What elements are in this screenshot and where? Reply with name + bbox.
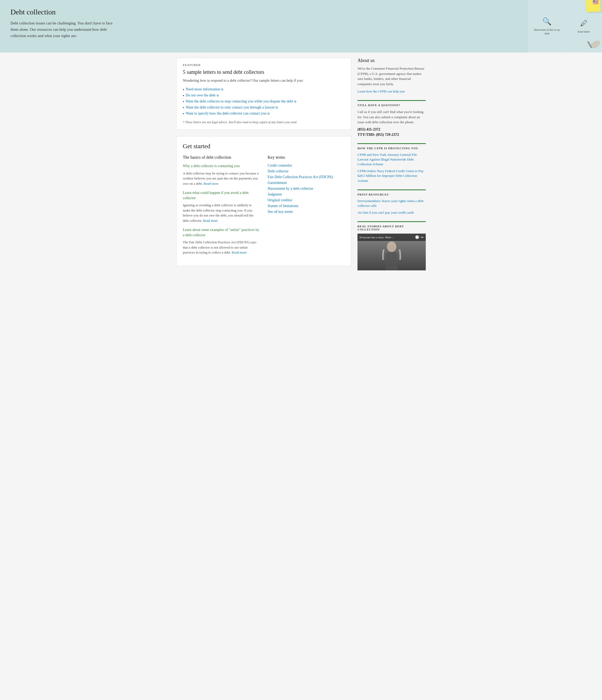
key-term-fdcpa[interactable]: Fair Debt Collection Practices Act (FDCP… <box>268 175 333 179</box>
video-person <box>381 242 402 270</box>
key-term-debt-collector[interactable]: Debt collector <box>268 169 289 173</box>
list-item: Do not owe the debt ⧉ <box>183 93 345 99</box>
key-term-see-all[interactable]: See all key terms <box>268 210 293 214</box>
external-icon: ⧉ <box>294 100 296 103</box>
svg-point-2 <box>387 242 396 252</box>
send-letter-label: Send letter <box>578 30 590 33</box>
list-item: Fair Debt Collection Practices Act (FDCP… <box>268 175 345 179</box>
still-question-text: Call us if you still can't find what you… <box>358 109 426 125</box>
featured-links-list: Need more information ⧉ Do not owe the d… <box>183 86 345 117</box>
list-item: Garnishment <box>268 181 345 185</box>
hero-section: Debt collection Debt collection issues c… <box>0 0 602 53</box>
featured-link-5[interactable]: Want to specify how the debt collector c… <box>186 111 269 116</box>
article-body-1: A debt collector may be trying to contac… <box>183 171 260 186</box>
determine-debt-label: Determine if this is my debt <box>531 28 562 35</box>
featured-link-3[interactable]: Want the debt collector to stop contacti… <box>186 99 296 103</box>
cfpb-link-1[interactable]: CFPB and New York Attorney General File … <box>358 152 426 167</box>
external-icon: ⧉ <box>267 112 269 115</box>
hero-text-area: Debt collection Debt collection issues c… <box>0 0 528 53</box>
key-term-credit-counselor[interactable]: Credit counselor <box>268 164 292 167</box>
featured-link-2[interactable]: Do not owe the debt ⧉ <box>186 93 219 98</box>
cfpb-protecting-title: HOW THE CFPB IS PROTECTING YOU <box>358 147 426 150</box>
list-item: See all key terms <box>268 210 345 214</box>
list-item: Want the debt collector to only contact … <box>183 105 345 110</box>
featured-note: * These letters are not legal advice. Yo… <box>183 120 345 124</box>
featured-title: 5 sample letters to send debt collectors <box>183 69 345 75</box>
article-body-3: The Fair Debt Collection Practices Act (… <box>183 240 260 255</box>
article-body-2: Ignoring or avoiding a debt collector is… <box>183 203 260 223</box>
article-link-3[interactable]: Learn about some examples of "unfair" pr… <box>183 227 260 238</box>
hero-tools-grid: 🔍 Determine if this is my debt 🖊 Send le… <box>528 0 602 53</box>
get-started-box: Get started The basics of debt collectio… <box>176 136 351 266</box>
list-item: Debt collector <box>268 169 345 173</box>
cfpb-link-2[interactable]: CFPB Orders Navy Federal Credit Union to… <box>358 169 426 183</box>
read-more-2[interactable]: Read more <box>203 219 218 223</box>
featured-intro: Wondering how to respond to a debt colle… <box>183 78 345 83</box>
list-item: Original creditor <box>268 198 345 202</box>
about-us-section: About us We're the Consumer Financial Pr… <box>358 58 426 94</box>
video-label: Everyone has a story: Meet ... <box>360 236 413 239</box>
featured-link-1[interactable]: Need more information ⧉ <box>186 87 223 92</box>
read-more-1[interactable]: Read more <box>204 181 218 185</box>
send-letter-tool[interactable]: 🖊 Send letter <box>565 0 602 53</box>
share-icon: ➦ <box>421 235 424 240</box>
cfpb-protecting-section: HOW THE CFPB IS PROTECTING YOU CFPB and … <box>358 143 426 183</box>
external-icon: ⧉ <box>217 94 219 97</box>
article-link-2[interactable]: Learn what could happen if you avoid a d… <box>183 190 260 200</box>
clock-icon: 🕐 <box>415 235 419 240</box>
read-more-3[interactable]: Read more <box>232 250 246 254</box>
divider-3 <box>358 190 426 190</box>
featured-link-4[interactable]: Want the debt collector to only contact … <box>186 105 278 109</box>
phone-1: (855) 411-2372 <box>358 127 426 132</box>
phone-2: TTY/TDD: (855) 729-2372 <box>358 133 426 137</box>
search-icon: 🔍 <box>542 17 552 26</box>
list-item: Statute of limitations <box>268 204 345 208</box>
key-terms-list: Credit counselor Debt collector Fair Deb… <box>268 164 345 214</box>
divider-4 <box>358 221 426 222</box>
about-us-title: About us <box>358 58 426 63</box>
video-icons: 🕐 ➦ <box>415 235 424 240</box>
key-term-judgment[interactable]: Judgment <box>268 192 282 196</box>
about-us-link[interactable]: Learn how the CFPB can help you <box>358 89 426 94</box>
featured-label: FEATURED <box>183 63 345 67</box>
video-overlay: Everyone has a story: Meet ... 🕐 ➦ <box>358 233 426 241</box>
print-resources-title: PRINT RESOURCES <box>358 193 426 196</box>
real-stories-title: REAL STORIES ABOUT DEBT COLLECTION <box>358 225 426 231</box>
get-started-title: Get started <box>183 143 345 150</box>
list-item: Judgment <box>268 192 345 197</box>
key-term-garnishment[interactable]: Garnishment <box>268 181 287 185</box>
main-container: FEATURED 5 sample letters to send debt c… <box>172 53 430 282</box>
featured-box: FEATURED 5 sample letters to send debt c… <box>176 58 351 130</box>
print-resources-section: PRINT RESOURCES Servicemembers: Know you… <box>358 190 426 215</box>
letter-icon: 🖊 <box>580 19 587 28</box>
list-item: Need more information ⧉ <box>183 86 345 93</box>
page-title: Debt collection <box>10 8 521 16</box>
about-us-text: We're the Consumer Financial Protection … <box>358 66 426 86</box>
key-term-original-creditor[interactable]: Original creditor <box>268 198 292 202</box>
still-question-title: STILL HAVE A QUESTION? <box>358 103 426 107</box>
get-started-grid: The basics of debt collection Why a debt… <box>183 155 345 259</box>
real-stories-section: REAL STORIES ABOUT DEBT COLLECTION Every… <box>358 221 426 270</box>
list-item: Harassment by a debt collector <box>268 186 345 191</box>
determine-debt-tool[interactable]: 🔍 Determine if this is my debt <box>528 0 565 53</box>
key-term-statute[interactable]: Statute of limitations <box>268 204 298 208</box>
article-link-1[interactable]: Why a debt collector is contacting you <box>183 164 260 169</box>
still-question-section: STILL HAVE A QUESTION? Call us if you st… <box>358 100 426 137</box>
key-term-harassment[interactable]: Harassment by a debt collector <box>268 186 313 191</box>
key-terms-subtitle: Key terms <box>268 155 345 160</box>
hero-tools-area: 🇺🇸 🔍 Determine if this is my debt 🖊 Send… <box>528 0 602 53</box>
divider-2 <box>358 143 426 144</box>
external-icon: ⧉ <box>276 106 278 109</box>
divider-1 <box>358 100 426 101</box>
print-link-2[interactable]: Act fast if you can't pay your credit ca… <box>358 210 426 215</box>
hand-decoration <box>581 34 602 52</box>
video-thumbnail[interactable]: Everyone has a story: Meet ... 🕐 ➦ ▶ <box>358 233 426 270</box>
key-terms-column: Key terms Credit counselor Debt collecto… <box>268 155 345 259</box>
list-item: Want to specify how the debt collector c… <box>183 110 345 117</box>
print-link-1[interactable]: Servicemembers: Know your rights when a … <box>358 199 426 208</box>
basics-column: The basics of debt collection Why a debt… <box>183 155 260 259</box>
list-item: Credit counselor <box>268 164 345 168</box>
right-column: About us We're the Consumer Financial Pr… <box>358 58 426 277</box>
hero-description: Debt collection issues can be challengin… <box>10 20 121 39</box>
list-item: Want the debt collector to stop contacti… <box>183 99 345 105</box>
